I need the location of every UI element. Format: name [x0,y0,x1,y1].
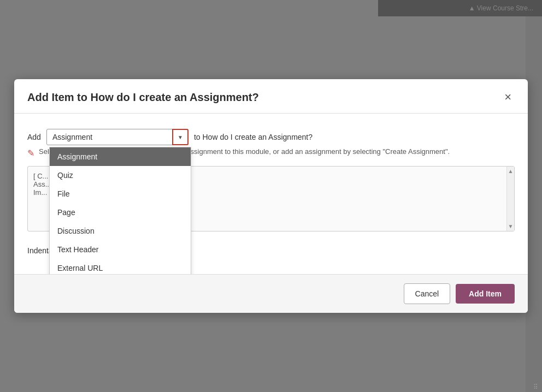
content-scrollbar[interactable]: ▲ ▼ [506,167,514,231]
dropdown-item-assignment[interactable]: Assignment [50,147,191,166]
modal-footer: Cancel Add Item [14,274,528,313]
type-select-wrapper[interactable]: Assignment Quiz File Page Discussion Tex… [46,129,188,145]
dropdown-item-page[interactable]: Page [50,203,191,222]
dropdown-item-external-url[interactable]: External URL [50,259,191,274]
info-icon: ✎ [27,148,34,158]
scroll-up-arrow[interactable]: ▲ [508,167,514,176]
add-item-button[interactable]: Add Item [456,284,515,304]
resize-handle[interactable]: ⠿ [533,383,540,390]
modal-dialog: Add Item to How do I create an Assignmen… [14,79,528,313]
background-page: ▲ View Course Stre... Add Item to How do… [0,0,542,392]
dropdown-item-discussion[interactable]: Discussion [50,222,191,240]
dropdown-menu: Assignment Quiz File Page Discussion Tex… [49,147,191,274]
modal-header: Add Item to How do I create an Assignmen… [14,79,528,114]
dropdown-item-quiz[interactable]: Quiz [50,166,191,185]
add-to-label: to How do I create an Assignment? [194,133,313,141]
scroll-down-arrow[interactable]: ▼ [508,222,514,231]
add-label: Add [27,133,41,141]
dropdown-item-file[interactable]: File [50,185,191,203]
close-button[interactable]: × [501,90,515,104]
modal-overlay: Add Item to How do I create an Assignmen… [0,0,542,392]
modal-title: Add Item to How do I create an Assignmen… [27,91,259,104]
type-select[interactable]: Assignment Quiz File Page Discussion Tex… [46,129,188,145]
modal-body: Add Assignment Quiz File Page Discussion… [14,114,528,274]
add-row: Add Assignment Quiz File Page Discussion… [27,129,515,145]
dropdown-item-text-header[interactable]: Text Header [50,240,191,259]
cancel-button[interactable]: Cancel [404,283,451,304]
